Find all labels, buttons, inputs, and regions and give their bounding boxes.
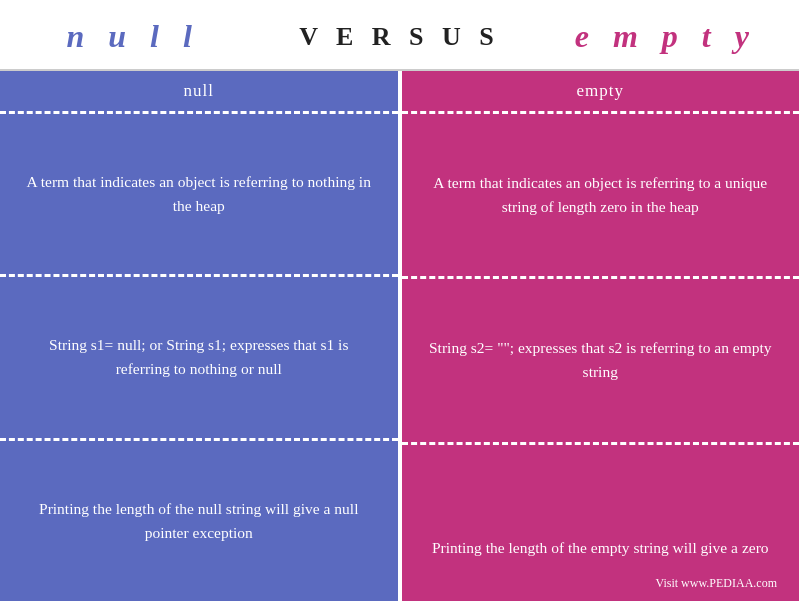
versus-title-area: V E R S U S xyxy=(266,22,532,52)
null-cell-2: String s1= null; or String s1; expresses… xyxy=(0,277,398,440)
null-cell-1: A term that indicates an object is refer… xyxy=(0,114,398,277)
null-title: n u l l xyxy=(66,18,199,54)
comparison-table: null A term that indicates an object is … xyxy=(0,69,799,601)
empty-cell-2: String s2= ""; expresses that s2 is refe… xyxy=(402,279,800,444)
empty-column: empty A term that indicates an object is… xyxy=(402,71,800,601)
empty-cell-3: Printing the length of the empty string … xyxy=(402,445,800,601)
versus-title: V E R S U S xyxy=(299,22,500,51)
empty-cell-1: A term that indicates an object is refer… xyxy=(402,114,800,279)
empty-title-area: e m p t y xyxy=(533,18,799,55)
null-title-area: n u l l xyxy=(0,18,266,55)
main-container: n u l l V E R S U S e m p t y null A ter… xyxy=(0,0,799,601)
empty-title: e m p t y xyxy=(575,18,757,54)
null-column: null A term that indicates an object is … xyxy=(0,71,402,601)
empty-column-header: empty xyxy=(402,71,800,114)
header: n u l l V E R S U S e m p t y xyxy=(0,0,799,69)
null-cell-3: Printing the length of the null string w… xyxy=(0,441,398,601)
footer-watermark: Visit www.PEDIAA.com xyxy=(424,574,778,593)
null-column-header: null xyxy=(0,71,398,114)
